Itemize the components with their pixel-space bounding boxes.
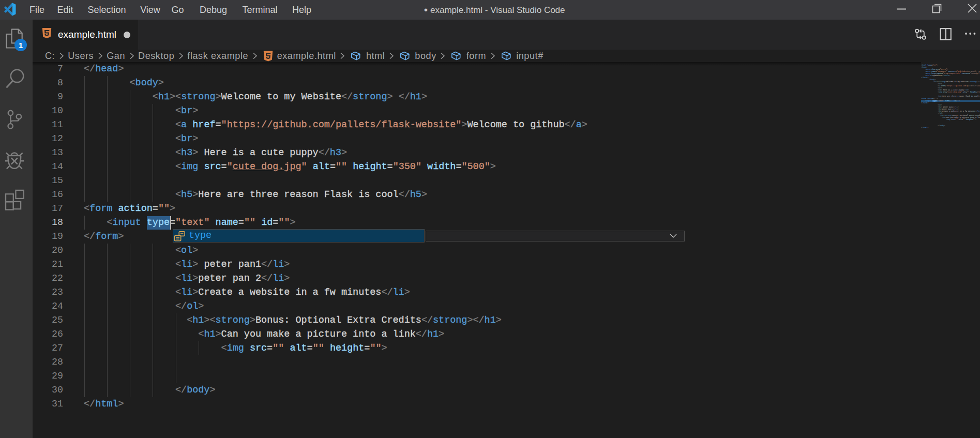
svg-text:1: 1	[19, 41, 23, 50]
